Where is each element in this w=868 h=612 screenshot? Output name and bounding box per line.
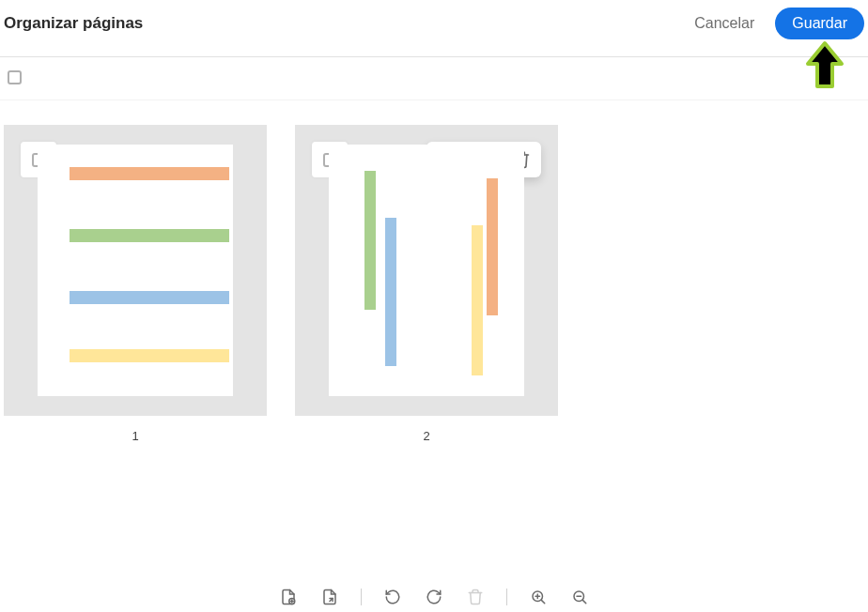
pages-grid: 1 — [0, 100, 868, 443]
page-preview — [329, 145, 524, 396]
content-bar — [70, 291, 229, 304]
cancel-button[interactable]: Cancelar — [694, 15, 754, 32]
page-number: 1 — [132, 429, 138, 443]
divider — [361, 589, 362, 605]
svg-line-6 — [541, 600, 544, 603]
zoom-out-icon[interactable] — [569, 587, 590, 607]
page-thumbnail-1[interactable] — [4, 125, 267, 416]
page-number: 2 — [423, 429, 429, 443]
header-actions: Cancelar Guardar — [694, 8, 864, 39]
content-bar — [487, 178, 498, 315]
page-thumbnail-2[interactable] — [295, 125, 558, 416]
zoom-in-icon[interactable] — [528, 587, 549, 607]
content-bar — [70, 167, 229, 180]
select-all-checkbox[interactable] — [8, 70, 22, 84]
select-all-row — [0, 57, 868, 99]
page-preview — [38, 145, 233, 396]
page-item: 1 — [4, 125, 267, 443]
content-bar — [364, 171, 376, 310]
save-button[interactable]: Guardar — [775, 8, 864, 39]
insert-page-icon[interactable] — [278, 587, 299, 607]
header: Organizar páginas Cancelar Guardar — [0, 0, 868, 43]
content-bar — [385, 218, 396, 366]
svg-line-10 — [582, 600, 585, 603]
divider — [506, 589, 507, 605]
page-item: 2 — [295, 125, 558, 443]
content-bar — [70, 349, 229, 362]
content-bar — [70, 229, 229, 242]
page-title: Organizar páginas — [4, 14, 143, 33]
bottom-toolbar — [0, 582, 868, 612]
content-bar — [472, 225, 483, 375]
rotate-cw-icon[interactable] — [424, 587, 444, 607]
rotate-ccw-icon[interactable] — [382, 587, 403, 607]
trash-icon — [465, 587, 486, 607]
extract-page-icon[interactable] — [319, 587, 340, 607]
